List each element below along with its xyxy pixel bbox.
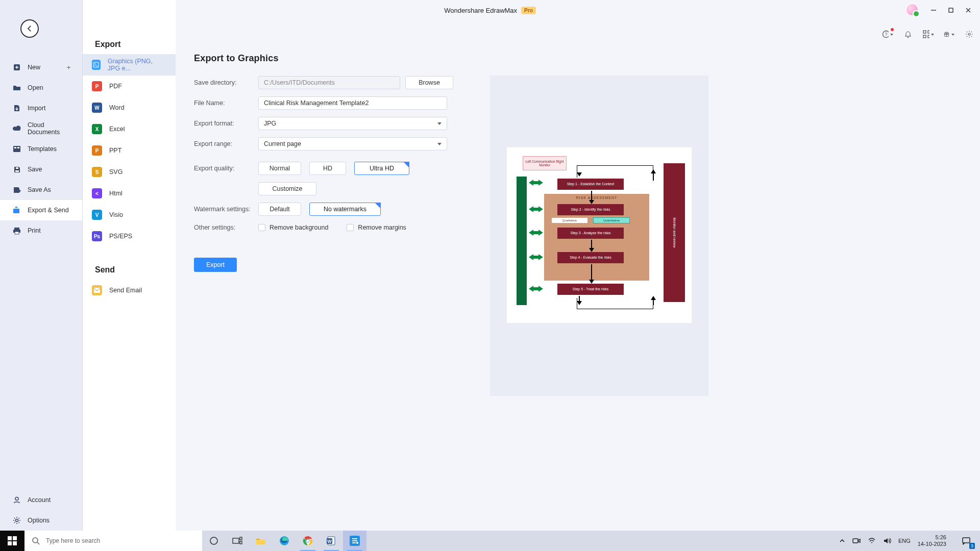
svg-rect-8 bbox=[923, 35, 926, 38]
save-dir-input[interactable] bbox=[258, 76, 400, 89]
svg-rect-30 bbox=[8, 541, 12, 545]
quality-normal[interactable]: Normal bbox=[258, 162, 301, 175]
visio-icon: V bbox=[92, 210, 102, 220]
quality-label: Export quality: bbox=[194, 165, 258, 172]
quality-hd[interactable]: HD bbox=[309, 162, 346, 175]
green-arrow-icon bbox=[529, 254, 543, 260]
mail-icon bbox=[92, 285, 102, 295]
send-email[interactable]: Send Email bbox=[83, 280, 176, 301]
browse-button[interactable]: Browse bbox=[405, 76, 453, 89]
avatar[interactable] bbox=[905, 3, 919, 16]
back-button[interactable] bbox=[20, 19, 39, 38]
new-icon bbox=[12, 63, 21, 72]
gift-icon[interactable] bbox=[943, 29, 954, 40]
file-sidebar: New ＋ Open Import Cloud Documents Templa… bbox=[0, 0, 83, 531]
tray-chevron-icon[interactable] bbox=[839, 538, 845, 544]
preview-left-bar: Communication and Consultation bbox=[517, 177, 527, 305]
page-title: Export to Graphics bbox=[194, 53, 962, 64]
svg-rect-35 bbox=[233, 538, 239, 543]
sidebar-item-import[interactable]: Import bbox=[0, 98, 82, 118]
taskbar-chrome[interactable] bbox=[296, 531, 320, 551]
sidebar-item-options[interactable]: Options bbox=[0, 510, 82, 531]
svg-point-24 bbox=[16, 519, 18, 522]
range-value: Current page bbox=[264, 140, 301, 147]
tray-meetnow-icon[interactable] bbox=[852, 537, 861, 544]
taskbar-cortana[interactable] bbox=[202, 531, 226, 551]
sidebar-item-saveas[interactable]: Save As bbox=[0, 180, 82, 200]
export-kind-svg[interactable]: S SVG bbox=[83, 161, 176, 183]
gear-icon[interactable] bbox=[964, 29, 975, 40]
help-icon[interactable]: ? bbox=[882, 29, 893, 40]
taskbar: Type here to search W ENG 5:26 14-10-202… bbox=[0, 531, 980, 551]
export-kind-excel[interactable]: X Excel bbox=[83, 118, 176, 140]
taskbar-edge[interactable] bbox=[273, 531, 296, 551]
sidebar-item-open[interactable]: Open bbox=[0, 78, 82, 98]
svg-line-33 bbox=[37, 542, 39, 544]
taskbar-search[interactable]: Type here to search bbox=[24, 531, 202, 551]
tray-language[interactable]: ENG bbox=[898, 538, 911, 544]
export-kind-ppt[interactable]: P PPT bbox=[83, 140, 176, 161]
svg-text:?: ? bbox=[885, 32, 887, 37]
export-kind-visio[interactable]: V Visio bbox=[83, 204, 176, 226]
taskbar-edrawmax[interactable] bbox=[343, 531, 366, 551]
minimize-button[interactable] bbox=[925, 3, 942, 17]
export-sidebar: Export Graphics (PNG, JPG e... P PDF W W… bbox=[83, 0, 176, 531]
svg-rect-15 bbox=[14, 147, 16, 148]
svg-rect-29 bbox=[13, 536, 17, 540]
sidebar-item-label: Import bbox=[28, 105, 45, 112]
watermark-default[interactable]: Default bbox=[258, 203, 301, 216]
export-kind-html[interactable]: < Html bbox=[83, 183, 176, 204]
arrow-down-icon bbox=[589, 240, 594, 252]
green-arrow-icon bbox=[529, 206, 543, 212]
sidebar-item-label: Cloud Documents bbox=[28, 121, 70, 136]
maximize-button[interactable] bbox=[942, 3, 960, 17]
export-kind-pdf[interactable]: P PDF bbox=[83, 76, 176, 97]
options-icon bbox=[12, 516, 21, 525]
svg-rect-6 bbox=[923, 31, 926, 33]
tray-volume-icon[interactable] bbox=[883, 537, 891, 544]
sidebar-item-label: Save As bbox=[28, 186, 51, 193]
file-name-input[interactable] bbox=[258, 96, 447, 110]
export-kind-label: PS/EPS bbox=[109, 233, 132, 240]
sidebar-item-account[interactable]: Account bbox=[0, 490, 82, 510]
sidebar-item-export-send[interactable]: Export & Send bbox=[0, 200, 82, 220]
format-select[interactable]: JPG bbox=[258, 117, 447, 130]
watermark-none[interactable]: No watermarks bbox=[309, 203, 381, 216]
export-kind-label: Html bbox=[109, 190, 122, 197]
taskbar-word[interactable]: W bbox=[320, 531, 343, 551]
sidebar-item-save[interactable]: Save bbox=[0, 159, 82, 180]
remove-bg-checkbox[interactable]: Remove background bbox=[258, 224, 328, 231]
arrow-up-icon bbox=[651, 296, 656, 305]
sidebar-item-label: Templates bbox=[28, 145, 57, 153]
export-kind-graphics[interactable]: Graphics (PNG, JPG e... bbox=[83, 54, 176, 76]
search-placeholder: Type here to search bbox=[46, 537, 100, 544]
saveas-icon bbox=[12, 185, 21, 194]
export-kind-word[interactable]: W Word bbox=[83, 97, 176, 118]
sidebar-item-templates[interactable]: Templates bbox=[0, 139, 82, 159]
cloud-icon bbox=[12, 124, 21, 133]
export-kind-ps[interactable]: Ps PS/EPS bbox=[83, 226, 176, 247]
sidebar-item-cloud[interactable]: Cloud Documents bbox=[0, 118, 82, 139]
preview-pink-box: Left Communication Right Monitor bbox=[523, 156, 567, 170]
sidebar-item-print[interactable]: Print bbox=[0, 220, 82, 241]
sidebar-item-label: New bbox=[28, 64, 40, 71]
tray-notifications[interactable]: 3 bbox=[955, 531, 977, 551]
arrow-down-icon bbox=[589, 264, 594, 284]
remove-margins-checkbox[interactable]: Remove margins bbox=[347, 224, 406, 231]
start-button[interactable] bbox=[0, 531, 24, 551]
close-button[interactable] bbox=[960, 3, 977, 17]
bell-icon[interactable] bbox=[902, 29, 914, 40]
quality-ultra[interactable]: Ultra HD bbox=[354, 162, 409, 175]
taskbar-taskview[interactable] bbox=[226, 531, 249, 551]
plus-icon[interactable]: ＋ bbox=[65, 63, 72, 72]
customize-button[interactable]: Customize bbox=[258, 182, 316, 195]
taskbar-explorer[interactable] bbox=[249, 531, 273, 551]
sidebar-item-new[interactable]: New ＋ bbox=[0, 57, 82, 78]
sidebar-item-label: Print bbox=[28, 227, 41, 234]
range-select[interactable]: Current page bbox=[258, 137, 447, 151]
tray-wifi-icon[interactable] bbox=[868, 537, 876, 544]
tray-time: 5:26 bbox=[918, 534, 946, 541]
tray-clock[interactable]: 5:26 14-10-2023 bbox=[918, 534, 948, 547]
apps-icon[interactable] bbox=[923, 29, 934, 40]
export-button[interactable]: Export bbox=[194, 258, 237, 272]
